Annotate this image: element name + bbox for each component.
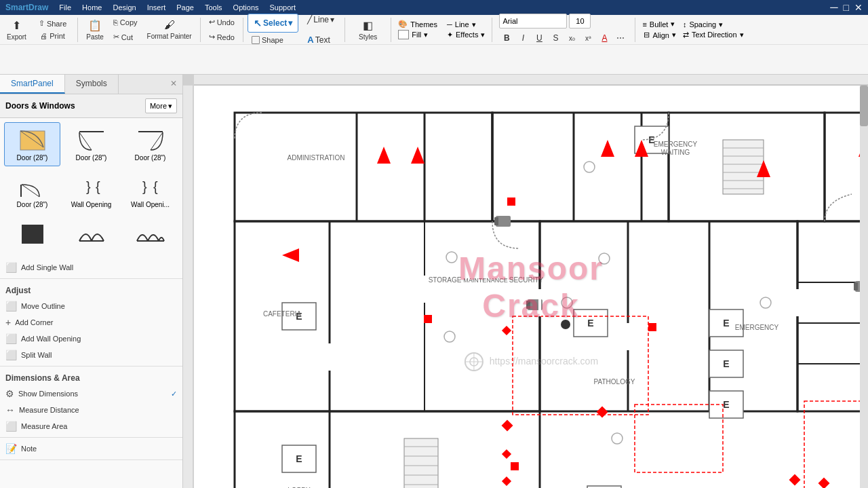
add-corner-button[interactable]: + Add Corner: [5, 314, 177, 331]
font-size-input[interactable]: [569, 14, 591, 29]
more-dropdown-icon: ▾: [168, 102, 172, 111]
doors-windows-label: Doors & Windows: [5, 101, 75, 111]
font-highlight-button[interactable]: ⋯: [613, 31, 628, 45]
measure-area-button[interactable]: ⬜ Measure Area: [5, 418, 177, 434]
svg-rect-100: [511, 462, 519, 470]
add-single-wall-button[interactable]: ⬜ Add Single Wall: [5, 259, 177, 276]
left-panel: SmartPanel Symbols ✕ Doors & Windows Mor…: [0, 75, 183, 488]
bold-button[interactable]: B: [499, 31, 514, 45]
underline-button[interactable]: U: [532, 31, 547, 45]
panel-close-button[interactable]: ✕: [165, 75, 182, 94]
paste-button[interactable]: 📋 Paste: [82, 16, 108, 43]
line2-button[interactable]: ─ Line ▾: [447, 20, 485, 29]
add-wall-opening-button[interactable]: ⬜ Add Wall Opening: [5, 331, 177, 347]
cut-button[interactable]: ✂ Cut: [109, 31, 142, 44]
select-button[interactable]: ↖ Select ▾: [248, 14, 298, 33]
redo-icon: ↪: [209, 33, 215, 41]
text-button[interactable]: A Text: [301, 31, 340, 50]
svg-rect-95: [507, 198, 515, 206]
italic-button[interactable]: I: [515, 31, 530, 45]
strikethrough-button[interactable]: S: [548, 31, 563, 45]
line2-icon: ─: [447, 20, 452, 29]
symbol-triple-arc[interactable]: [122, 216, 178, 252]
menu-insert[interactable]: Insert: [147, 3, 166, 12]
symbol-door-28-2[interactable]: Door (28"): [63, 122, 119, 166]
menu-file[interactable]: File: [59, 3, 71, 12]
svg-rect-50: [404, 438, 438, 488]
shape-button[interactable]: Shape: [248, 34, 298, 46]
symbol-door-28-1[interactable]: Door (28"): [4, 122, 60, 166]
vertical-scrollbar[interactable]: [860, 86, 868, 488]
effects-icon: ✦: [447, 31, 453, 39]
copy-cut-group: ⎘ Copy ✂ Cut: [109, 16, 142, 44]
symbol-wall-opening-1[interactable]: } { Wall Opening: [63, 169, 119, 213]
split-wall-button[interactable]: ⬜ Split Wall: [5, 347, 177, 363]
fill-button[interactable]: Fill ▾: [398, 30, 437, 39]
themes-button[interactable]: 🎨 Themes: [398, 20, 437, 29]
canvas-area[interactable]: // Generated via JS below: [183, 75, 868, 488]
font-section: B I U S x₀ xᵃ A ⋯: [496, 14, 631, 45]
svg-text:}: }: [142, 179, 147, 194]
font-name-input[interactable]: [499, 14, 567, 29]
add-wall-icon: ⬜: [5, 262, 17, 273]
svg-rect-120: [526, 301, 530, 309]
menu-home[interactable]: Home: [82, 3, 102, 12]
font-color-button[interactable]: A: [597, 31, 612, 45]
menu-tools[interactable]: Tools: [205, 3, 222, 12]
svg-rect-98: [424, 315, 432, 323]
close-btn[interactable]: ✕: [854, 2, 863, 13]
symbol-label-1: Door (28"): [17, 154, 48, 162]
add-corner-icon: +: [5, 317, 11, 328]
align-button[interactable]: ⊟ Align ▾: [644, 31, 675, 39]
copy-button[interactable]: ⎘ Copy: [109, 16, 142, 29]
more-button[interactable]: More ▾: [145, 98, 177, 113]
symbol-double-arc[interactable]: [63, 216, 119, 252]
door-icon-1: [16, 127, 49, 154]
svg-rect-4: [138, 131, 163, 132]
measure-distance-button[interactable]: ↔ Measure Distance: [5, 402, 177, 418]
spacing-button[interactable]: ↕ Spacing ▾: [683, 20, 744, 29]
floorplan-svg: E E E E E E E E ADMINISTRATION STORAGE M: [194, 86, 868, 488]
text-direction-button[interactable]: ⇄ Text Direction ▾: [683, 31, 744, 39]
symbol-door-28-3[interactable]: Door (28"): [122, 122, 178, 166]
menu-page[interactable]: Page: [176, 3, 194, 12]
symbol-wall-opening-2[interactable]: } { Wall Openi...: [122, 169, 178, 213]
symbol-door-28-4[interactable]: Door (28"): [4, 169, 60, 213]
symbols-grid: Door (28") Door (28"): [0, 118, 182, 257]
menu-design[interactable]: Design: [113, 3, 136, 12]
main-area: SmartPanel Symbols ✕ Doors & Windows Mor…: [0, 75, 868, 488]
door-icon-2: [75, 127, 108, 154]
bullet-button[interactable]: ≡ Bullet ▾: [642, 20, 675, 29]
format-painter-button[interactable]: 🖌 Format Painter: [143, 16, 196, 43]
symbol-label-5: Wall Opening: [71, 201, 112, 208]
effects-button[interactable]: ✦ Effects ▾: [447, 31, 485, 39]
note-icon: 📝: [5, 443, 17, 454]
symbol-solid-square[interactable]: [4, 216, 60, 252]
maximize-btn[interactable]: □: [844, 2, 849, 13]
print-button[interactable]: 🖨 Print: [36, 30, 69, 42]
export-button[interactable]: ⬆ Export: [3, 16, 31, 43]
smartpanel-tab[interactable]: SmartPanel: [0, 75, 65, 94]
themes-icon: 🎨: [398, 20, 408, 29]
share-button[interactable]: ⇧ Share: [35, 18, 71, 30]
redo-button[interactable]: ↪ Redo: [205, 31, 239, 44]
floorplan[interactable]: E E E E E E E E ADMINISTRATION STORAGE M: [194, 86, 868, 488]
symbols-tab[interactable]: Symbols: [65, 75, 119, 94]
svg-text:{: {: [96, 179, 100, 194]
adjust-title: Adjust: [5, 282, 177, 298]
panel-tabs: SmartPanel Symbols ✕: [0, 75, 182, 94]
superscript-button[interactable]: xᵃ: [580, 31, 595, 45]
scrollbar-thumb[interactable]: [860, 86, 868, 126]
show-dimensions-button[interactable]: ⚙ Show Dimensions ✓: [5, 386, 177, 402]
minimize-btn[interactable]: ─: [830, 1, 837, 14]
svg-text:E: E: [723, 318, 729, 329]
spacing-direction-section: ↕ Spacing ▾ ⇄ Text Direction ▾: [680, 20, 747, 39]
line-button[interactable]: ╱ Line ▾: [301, 10, 340, 29]
note-button[interactable]: 📝 Note: [5, 440, 177, 457]
subscript-button[interactable]: x₀: [564, 31, 579, 45]
move-outline-button[interactable]: ⬜ Move Outline: [5, 298, 177, 314]
styles-button[interactable]: ◧ Styles: [355, 16, 381, 43]
svg-text:STORAGE: STORAGE: [429, 276, 462, 284]
undo-button[interactable]: ↩ Undo: [205, 16, 239, 29]
line-icon: ╱: [307, 15, 312, 24]
